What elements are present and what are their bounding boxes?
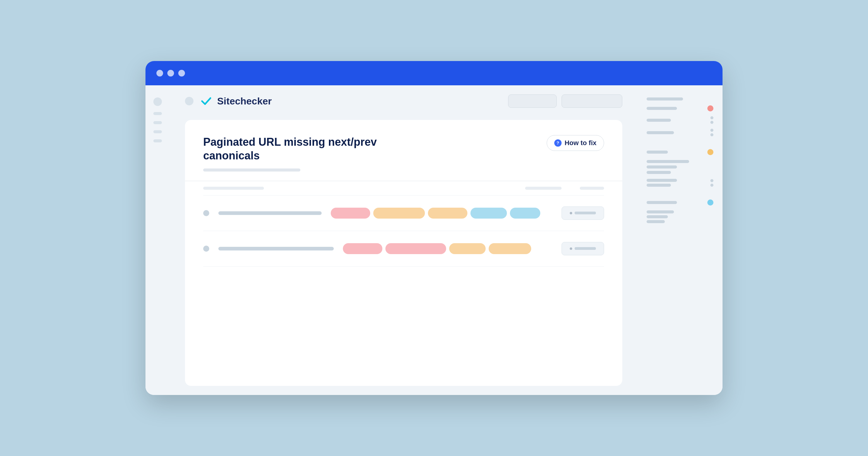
rs-item-3 (647, 116, 713, 124)
content-panel: Paginated URL missing next/prev canonica… (185, 120, 622, 386)
sidebar-bar-2 (153, 121, 162, 124)
table-row (203, 196, 604, 231)
rs-bar-7 (647, 165, 677, 168)
tag-blue-sm-1 (510, 208, 540, 219)
tag-orange-sm-1 (428, 208, 467, 219)
data-rows (203, 196, 604, 371)
rs-item-1 (647, 97, 713, 100)
top-nav: Sitechecker (170, 94, 638, 108)
rs-multi-1 (647, 160, 713, 174)
rs-mini-dot-3a (710, 179, 713, 182)
action-btn-bar-2 (575, 247, 596, 250)
rs-bar-12 (647, 210, 674, 214)
right-sidebar (638, 85, 722, 395)
rs-item-4 (647, 129, 713, 136)
nav-button-1[interactable] (508, 94, 557, 108)
row-action-button-2[interactable] (562, 242, 604, 255)
nav-buttons (508, 94, 622, 108)
rs-item-7 (647, 199, 713, 205)
table-row (203, 231, 604, 266)
nav-button-2[interactable] (562, 94, 622, 108)
action-btn-dot (570, 212, 572, 214)
sidebar-bar-1 (153, 112, 162, 115)
action-btn-bar (575, 211, 596, 214)
row-icon-1 (203, 210, 209, 216)
action-btn-dot-2 (570, 248, 572, 250)
rs-mini-dot-2a (710, 129, 713, 132)
rs-bar-5 (647, 151, 668, 154)
left-sidebar (146, 85, 170, 395)
rs-section-gap-2 (647, 192, 713, 195)
rs-mini-dot-1a (710, 116, 713, 119)
rs-bar-3 (647, 119, 671, 122)
rs-item-6 (647, 179, 713, 187)
issue-header: Paginated URL missing next/prev canonica… (203, 135, 604, 162)
row-url-bar-1 (218, 211, 322, 215)
tag-pink-1 (331, 208, 370, 219)
rs-bar-9 (647, 179, 677, 182)
row-icon-2 (203, 246, 209, 252)
logo-icon (199, 94, 213, 108)
rs-bar-13 (647, 215, 668, 218)
rs-bar-10 (647, 184, 671, 187)
logo-area: Sitechecker (199, 94, 502, 108)
tag-orange4-2 (489, 243, 531, 254)
main-area: Sitechecker Paginated URL missing next/p… (170, 85, 638, 395)
tag-pink-2 (343, 243, 382, 254)
rs-mini-dot-3b (710, 184, 713, 187)
rs-bar-1 (647, 97, 683, 100)
table-header-col3 (580, 187, 604, 190)
row-tags-1 (331, 208, 553, 219)
rs-item-8 (647, 210, 713, 223)
rs-mini-dot-1b (710, 121, 713, 124)
traffic-lights (156, 70, 185, 76)
rs-bar-2 (647, 107, 677, 110)
rs-mini-dots-1 (710, 116, 713, 124)
rs-mini-dots-2 (710, 129, 713, 136)
rs-bar-4 (647, 131, 674, 134)
sidebar-bar-4 (153, 139, 162, 142)
rs-section-gap-1 (647, 141, 713, 144)
how-to-fix-button[interactable]: ? How to fix (547, 135, 604, 151)
issue-title: Paginated URL missing next/prev canonica… (203, 135, 410, 162)
how-to-fix-label: How to fix (565, 139, 596, 147)
traffic-light-maximize[interactable] (178, 70, 185, 76)
rs-bar-8 (647, 171, 671, 174)
nav-circle (185, 97, 193, 105)
logo-text: Sitechecker (217, 96, 272, 107)
rs-bar-14 (647, 220, 665, 223)
tag-blue-1 (470, 208, 507, 219)
table-header-row (203, 181, 604, 196)
traffic-light-minimize[interactable] (167, 70, 174, 76)
tag-pink2-2 (385, 243, 446, 254)
issue-subtitle-bar (203, 168, 300, 171)
table-header-col1 (203, 187, 264, 190)
rs-bar-6 (647, 160, 689, 163)
sidebar-circle-1 (153, 97, 162, 106)
tag-orange3-2 (449, 243, 486, 254)
browser-window: Sitechecker Paginated URL missing next/p… (146, 61, 722, 395)
traffic-light-close[interactable] (156, 70, 163, 76)
tag-orange-1 (373, 208, 425, 219)
browser-content: Sitechecker Paginated URL missing next/p… (146, 85, 722, 395)
rs-bar-group-2 (647, 210, 713, 223)
rs-bar-11 (647, 201, 677, 204)
row-url-bar-2 (218, 247, 334, 251)
rs-dot-red (707, 105, 713, 111)
row-tags-2 (343, 243, 553, 254)
sidebar-bar-3 (153, 130, 162, 133)
rs-dot-orange (707, 149, 713, 155)
table-header-col2 (525, 187, 562, 190)
browser-titlebar (146, 61, 722, 85)
rs-bar-group (647, 179, 707, 187)
rs-mini-dot-2b (710, 133, 713, 136)
rs-item-5 (647, 149, 713, 155)
rs-dot-blue (707, 199, 713, 205)
rs-mini-dots-3 (710, 179, 713, 187)
row-action-button-1[interactable] (562, 206, 604, 220)
how-to-fix-icon: ? (554, 139, 562, 146)
rs-item-2 (647, 105, 713, 111)
